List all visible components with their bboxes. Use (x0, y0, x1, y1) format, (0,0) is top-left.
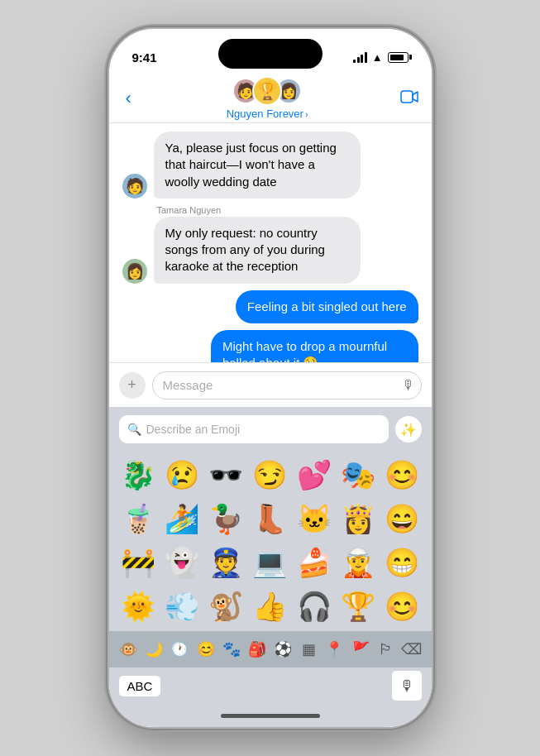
message-input-wrapper: Message 🎙 (152, 371, 422, 400)
message-input[interactable]: Message (152, 371, 422, 400)
list-item[interactable]: 😢 (161, 453, 203, 495)
avatar: 🧑 (122, 174, 147, 199)
list-item[interactable]: 💕 (293, 453, 335, 495)
keyboard-bottom-row: ABC 🎙 (109, 667, 432, 704)
svg-rect-0 (401, 91, 413, 103)
signal-bars-icon (353, 52, 367, 63)
input-bar: + Message 🎙 (109, 362, 432, 407)
battery-icon (388, 52, 409, 63)
table-row: 🧑 Ya, please just focus on getting that … (122, 132, 418, 199)
list-item[interactable]: 🕶️ (205, 453, 247, 495)
list-item[interactable]: 🎧 (293, 586, 335, 628)
list-item[interactable]: 🧋 (117, 498, 160, 540)
message-bubble: My only request: no country songs from a… (154, 217, 361, 284)
toolbar-smiley[interactable]: 😊 (193, 636, 218, 663)
toolbar-emoji-face[interactable]: 🐵 (116, 636, 141, 663)
sender-name: Tamara Nguyen (157, 205, 361, 215)
list-item[interactable]: 😊 (380, 453, 423, 495)
toolbar-flag[interactable]: 🚩 (347, 636, 373, 663)
message-bubble: Feeling a bit singled out here (236, 290, 418, 323)
status-time: 9:41 (132, 50, 157, 65)
nav-bar: ‹ 🧑 🏆 👩 Nguyen Fo (109, 74, 432, 123)
message-bubble: Might have to drop a mournful ballad abo… (211, 330, 418, 363)
emoji-search-bar: 🔍 Describe an Emoji ✨ (109, 407, 432, 450)
list-item[interactable]: 👸 (337, 498, 379, 540)
list-item[interactable]: 👻 (161, 542, 203, 584)
emoji-grid: 🐉 😢 🕶️ 😏 💕 🎭 😊 🧋 🏄 🦆 👢 🐱 👸 😄 🚧 👻 👮 💻 (109, 450, 432, 631)
emoji-keyboard: 🔍 Describe an Emoji ✨ 🐉 😢 🕶️ 😏 💕 🎭 😊 🧋 🏄… (109, 407, 432, 704)
mic-keyboard-button[interactable]: 🎙 (392, 671, 422, 701)
list-item[interactable]: 👮 (205, 542, 247, 584)
list-item[interactable]: 💻 (249, 542, 291, 584)
toolbar-moon[interactable]: 🌙 (141, 636, 167, 663)
list-item[interactable]: 👢 (249, 498, 291, 540)
group-avatars: 🧑 🏆 👩 (232, 76, 302, 106)
list-item[interactable]: 🦆 (205, 498, 247, 540)
list-item[interactable]: 😁 (380, 542, 423, 584)
list-item[interactable]: 🌞 (117, 586, 160, 628)
toolbar-pin[interactable]: 📍 (322, 636, 347, 663)
table-row: Feeling a bit singled out here (122, 290, 418, 323)
message-content: Tamara Nguyen My only request: no countr… (154, 205, 361, 284)
video-call-button[interactable] (400, 89, 418, 108)
list-item[interactable]: 🎭 (337, 453, 379, 495)
dynamic-island (218, 39, 323, 69)
list-item[interactable]: 💨 (161, 586, 203, 628)
screen: 9:41 ▲ ‹ (109, 29, 432, 727)
list-item[interactable]: 🐱 (293, 498, 335, 540)
toolbar-clock[interactable]: 🕐 (167, 636, 193, 663)
list-item[interactable]: 🏆 (337, 586, 379, 628)
abc-button[interactable]: ABC (119, 676, 161, 696)
list-item[interactable]: 🚧 (117, 542, 160, 584)
avatar-trophy: 🏆 (252, 76, 282, 106)
add-button[interactable]: + (119, 372, 146, 399)
nav-center: 🧑 🏆 👩 Nguyen Forever › (227, 76, 308, 120)
toolbar-bag[interactable]: 🎒 (244, 636, 270, 663)
toolbar-recent[interactable]: 🏳 (373, 636, 399, 663)
list-item[interactable]: 😄 (380, 498, 423, 540)
mic-icon[interactable]: 🎙 (402, 378, 415, 393)
battery-fill (390, 55, 404, 60)
message-content: Ya, please just focus on getting that ha… (154, 132, 361, 199)
list-item[interactable]: 🍰 (293, 542, 335, 584)
list-item[interactable]: 🏄 (161, 498, 203, 540)
list-item[interactable]: 🐉 (117, 453, 160, 495)
toolbar-ball[interactable]: ⚽ (270, 636, 296, 663)
emoji-search-input[interactable]: 🔍 Describe an Emoji (119, 415, 389, 443)
message-content: Feeling a bit singled out here (236, 290, 418, 323)
wifi-icon: ▲ (372, 51, 383, 64)
status-icons: ▲ (353, 51, 408, 64)
table-row: 👩 Tamara Nguyen My only request: no coun… (122, 205, 418, 284)
avatar: 👩 (122, 259, 147, 284)
chevron-right-icon: › (305, 109, 308, 119)
list-item[interactable]: 😏 (249, 453, 291, 495)
home-bar (221, 714, 320, 718)
toolbar-grid[interactable]: ▦ (296, 636, 322, 663)
group-name[interactable]: Nguyen Forever › (227, 108, 308, 120)
messages-area: 🧑 Ya, please just focus on getting that … (109, 123, 432, 362)
message-content: Might have to drop a mournful ballad abo… (211, 330, 418, 363)
emoji-gen-button[interactable]: ✨ (395, 416, 422, 443)
phone-frame: 9:41 ▲ ‹ (109, 29, 432, 727)
table-row: Might have to drop a mournful ballad abo… (122, 330, 418, 363)
list-item[interactable]: 👍 (249, 586, 291, 628)
home-indicator (109, 704, 432, 727)
delete-key[interactable]: ⌫ (399, 636, 424, 663)
back-button[interactable]: ‹ (122, 84, 135, 112)
message-bubble: Ya, please just focus on getting that ha… (154, 132, 361, 199)
list-item[interactable]: 😊 (380, 586, 423, 628)
list-item[interactable]: 🐒 (205, 586, 247, 628)
toolbar-paw[interactable]: 🐾 (218, 636, 244, 663)
list-item[interactable]: 🧝 (337, 542, 379, 584)
keyboard-toolbar: 🐵 🌙 🕐 😊 🐾 🎒 ⚽ ▦ 📍 🚩 🏳 ⌫ (109, 631, 432, 667)
search-icon: 🔍 (127, 423, 141, 436)
